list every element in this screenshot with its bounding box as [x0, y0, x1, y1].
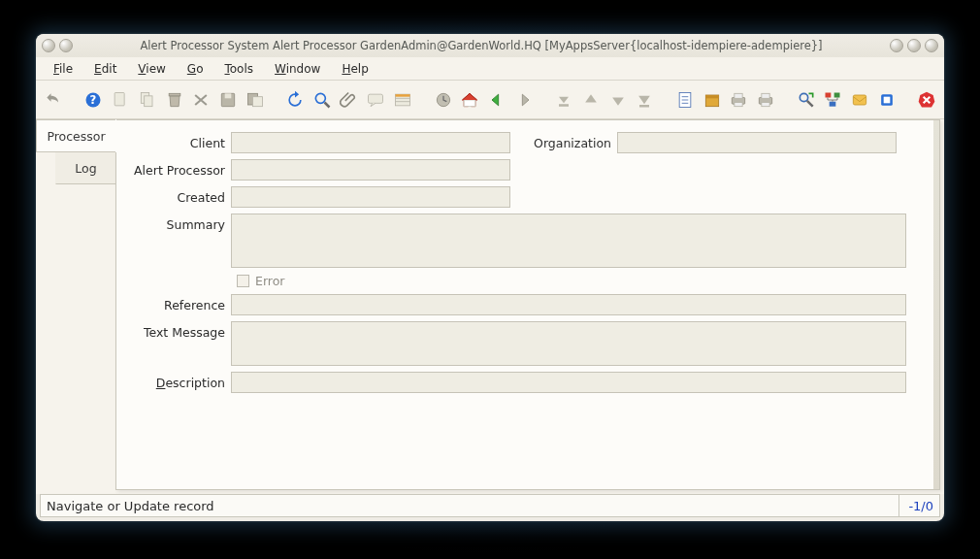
menu-file[interactable]: File	[44, 59, 82, 79]
find-icon[interactable]	[310, 88, 334, 112]
grid-toggle-icon[interactable]	[391, 88, 414, 112]
svg-rect-38	[883, 96, 890, 103]
tab-log[interactable]: Log	[55, 151, 115, 184]
last-icon[interactable]	[634, 88, 657, 112]
print-preview-icon[interactable]	[728, 88, 751, 112]
menu-go[interactable]: Go	[178, 59, 213, 79]
report-icon[interactable]	[673, 88, 697, 112]
created-label: Created	[122, 186, 231, 205]
svg-rect-4	[144, 95, 151, 106]
svg-text:?: ?	[90, 93, 97, 107]
tab-processor[interactable]: Processor	[36, 119, 115, 152]
organization-field[interactable]	[617, 132, 897, 153]
created-field[interactable]	[231, 186, 510, 208]
svg-rect-18	[464, 100, 475, 107]
workflow-icon[interactable]	[822, 88, 845, 112]
reference-label: Reference	[122, 294, 231, 312]
down-icon[interactable]	[606, 88, 630, 112]
maximize-button[interactable]	[907, 39, 921, 52]
close-icon[interactable]	[916, 88, 939, 112]
menu-help[interactable]: Help	[332, 59, 377, 79]
requests-icon[interactable]	[848, 88, 871, 112]
up-icon[interactable]	[579, 88, 603, 112]
product-info-icon[interactable]	[875, 88, 898, 112]
svg-rect-9	[252, 96, 262, 106]
svg-rect-29	[762, 93, 769, 98]
back-icon[interactable]	[485, 88, 508, 112]
delete-selection-icon[interactable]	[189, 88, 212, 112]
svg-point-31	[800, 93, 807, 101]
record-position: -1/0	[898, 495, 933, 516]
form-panel: Client Organization Alert Processor Crea…	[115, 119, 940, 490]
error-checkbox[interactable]	[237, 275, 249, 287]
svg-rect-12	[369, 94, 383, 103]
titlebar: Alert Processor System Alert Processor G…	[36, 34, 944, 57]
menubar: File Edit View Go Tools Window Help	[36, 57, 944, 81]
svg-line-32	[807, 100, 813, 106]
svg-rect-35	[830, 101, 836, 106]
svg-rect-30	[762, 102, 769, 106]
svg-rect-16	[396, 94, 410, 97]
save-create-icon[interactable]	[244, 88, 267, 112]
svg-rect-27	[735, 102, 742, 106]
window-title: Alert Processor System Alert Processor G…	[73, 39, 890, 52]
alert-processor-field[interactable]	[231, 159, 510, 181]
menu-tools[interactable]: Tools	[214, 59, 263, 79]
body: Processor Log Client Organization Alert …	[36, 119, 944, 494]
help-icon[interactable]: ?	[82, 88, 106, 112]
chat-icon[interactable]	[364, 88, 387, 112]
summary-label: Summary	[122, 214, 231, 232]
status-message: Navigate or Update record	[47, 499, 898, 513]
forward-icon[interactable]	[512, 88, 536, 112]
window-sticky-button[interactable]	[59, 39, 73, 52]
vertical-scrollbar[interactable]	[933, 120, 939, 489]
menu-view[interactable]: View	[128, 59, 175, 79]
minimize-button[interactable]	[890, 39, 903, 52]
reference-field[interactable]	[231, 294, 906, 315]
svg-rect-26	[735, 93, 742, 98]
text-message-label: Text Message	[122, 321, 231, 340]
vertical-tabs: Processor Log	[36, 119, 115, 494]
undo-icon[interactable]	[42, 88, 65, 112]
text-message-field[interactable]	[231, 321, 906, 366]
attachment-icon[interactable]	[338, 88, 361, 112]
copy-icon[interactable]	[136, 88, 159, 112]
zoom-across-icon[interactable]	[795, 88, 818, 112]
print-icon[interactable]	[754, 88, 777, 112]
svg-rect-33	[826, 92, 832, 97]
window-menu-button[interactable]	[42, 39, 55, 52]
description-label: Description	[122, 372, 231, 390]
refresh-icon[interactable]	[283, 88, 307, 112]
save-icon[interactable]	[216, 88, 240, 112]
archive-icon[interactable]	[701, 88, 724, 112]
new-icon[interactable]	[109, 88, 132, 112]
error-label: Error	[255, 274, 284, 288]
first-icon[interactable]	[552, 88, 575, 112]
alert-processor-label: Alert Processor	[122, 159, 231, 178]
client-label: Client	[122, 132, 231, 150]
client-field[interactable]	[231, 132, 510, 153]
home-icon[interactable]	[458, 88, 481, 112]
statusbar: Navigate or Update record -1/0	[40, 494, 940, 517]
svg-rect-34	[834, 92, 840, 97]
menu-window[interactable]: Window	[265, 59, 330, 79]
svg-rect-36	[853, 95, 866, 105]
svg-rect-24	[705, 95, 718, 98]
description-field[interactable]	[231, 372, 906, 393]
svg-rect-5	[169, 93, 180, 96]
svg-rect-7	[225, 93, 232, 98]
toolbar: ?	[36, 81, 944, 119]
svg-line-11	[324, 102, 329, 107]
menu-edit[interactable]: Edit	[84, 59, 126, 79]
app-window: Alert Processor System Alert Processor G…	[36, 34, 944, 521]
history-icon[interactable]	[432, 88, 455, 112]
organization-label: Organization	[532, 132, 617, 150]
summary-field[interactable]	[231, 214, 906, 268]
delete-icon[interactable]	[163, 88, 186, 112]
close-window-button[interactable]	[925, 39, 938, 52]
svg-rect-2	[114, 92, 124, 105]
svg-point-10	[315, 93, 325, 103]
